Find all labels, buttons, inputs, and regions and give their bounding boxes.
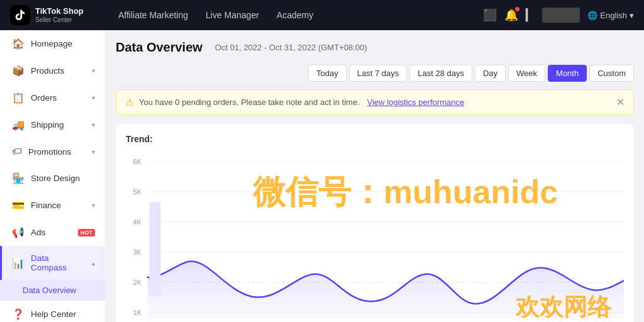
svg-text:6K: 6K bbox=[133, 158, 142, 165]
sidebar-sub-data-overview[interactable]: Data Overview bbox=[0, 280, 105, 301]
promotions-icon: 🏷 bbox=[12, 146, 22, 157]
orders-icon: 📋 bbox=[12, 92, 25, 104]
finance-icon: 💳 bbox=[12, 199, 25, 211]
filter-month[interactable]: Month bbox=[548, 65, 587, 82]
svg-text:4K: 4K bbox=[133, 218, 142, 226]
date-range: Oct 01, 2022 - Oct 31, 2022 (GMT+08:00) bbox=[215, 43, 367, 52]
nav-right: ⬛ 🔔 ▎ 🌐 English ▾ bbox=[483, 8, 634, 23]
sidebar-item-data-compass[interactable]: 📊 Data Compass ▴ bbox=[0, 246, 105, 280]
notification-icon[interactable]: 🔔 bbox=[504, 8, 518, 22]
help-center-icon: ❓ bbox=[12, 308, 25, 320]
chart-wrapper: 微信号：muhuanidc 欢欢网络 6K 5K 4K 3K 2K 1K bbox=[126, 152, 624, 322]
nav-links: Affiliate Marketing Live Manager Academy bbox=[118, 8, 463, 23]
top-navigation: TikTok Shop Seller Center Affiliate Mark… bbox=[0, 0, 644, 30]
sidebar-item-ads[interactable]: 📢 Ads HOT bbox=[0, 219, 105, 246]
alert-icon: ⚠ bbox=[125, 96, 134, 108]
filter-day[interactable]: Day bbox=[475, 65, 506, 82]
finance-expand-icon: ▾ bbox=[92, 202, 95, 209]
language-selector[interactable]: 🌐 English ▾ bbox=[587, 11, 634, 20]
svg-text:5K: 5K bbox=[133, 188, 142, 196]
sidebar-item-help-center[interactable]: ❓ Help Center bbox=[0, 301, 105, 322]
trend-chart: 6K 5K 4K 3K 2K 1K bbox=[126, 152, 624, 322]
store-design-icon: 🏪 bbox=[12, 172, 25, 184]
orders-expand-icon: ▾ bbox=[92, 94, 95, 101]
sidebar-item-products[interactable]: 📦 Products ▾ bbox=[0, 57, 105, 84]
svg-rect-12 bbox=[150, 202, 161, 296]
products-icon: 📦 bbox=[12, 65, 25, 77]
page-title: Data Overview bbox=[116, 40, 203, 55]
filter-week[interactable]: Week bbox=[508, 65, 545, 82]
search-icon[interactable]: ⬛ bbox=[483, 8, 497, 22]
notification-dot bbox=[515, 7, 519, 11]
nav-academy[interactable]: Academy bbox=[277, 8, 313, 23]
shipping-icon: 🚚 bbox=[12, 119, 25, 131]
alert-close-button[interactable]: ✕ bbox=[616, 96, 625, 108]
home-icon: 🏠 bbox=[12, 38, 25, 50]
sidebar: 🏠 Homepage 📦 Products ▾ 📋 Orders ▾ 🚚 Shi… bbox=[0, 30, 106, 322]
svg-text:3K: 3K bbox=[133, 248, 142, 256]
main-content: Data Overview Oct 01, 2022 - Oct 31, 202… bbox=[106, 30, 644, 322]
sidebar-item-homepage[interactable]: 🏠 Homepage bbox=[0, 30, 105, 57]
chart-area: Trend: 微信号：muhuanidc 欢欢网络 6K 5K 4K 3K 2K… bbox=[116, 124, 634, 322]
alert-text: You have 0 pending orders, Please take n… bbox=[139, 97, 360, 107]
sidebar-item-promotions[interactable]: 🏷 Promotions ▾ bbox=[0, 138, 105, 165]
data-compass-expand-icon: ▴ bbox=[92, 260, 95, 267]
chart-title: Trend: bbox=[126, 134, 624, 144]
logo: TikTok Shop Seller Center bbox=[10, 5, 98, 25]
svg-text:1K: 1K bbox=[133, 309, 142, 316]
sidebar-item-shipping[interactable]: 🚚 Shipping ▾ bbox=[0, 111, 105, 138]
data-compass-icon: 📊 bbox=[12, 257, 25, 269]
logo-icon bbox=[10, 5, 30, 25]
ads-icon: 📢 bbox=[12, 226, 25, 238]
sidebar-item-finance[interactable]: 💳 Finance ▾ bbox=[0, 192, 105, 219]
avatar[interactable] bbox=[542, 8, 580, 23]
filter-custom[interactable]: Custom bbox=[589, 65, 634, 82]
sidebar-item-store-design[interactable]: 🏪 Store Design bbox=[0, 165, 105, 192]
filter-last28[interactable]: Last 28 days bbox=[409, 65, 472, 82]
alert-banner: ⚠ You have 0 pending orders, Please take… bbox=[116, 89, 634, 115]
promotions-expand-icon: ▾ bbox=[92, 148, 95, 155]
data-overview-header: Data Overview Oct 01, 2022 - Oct 31, 202… bbox=[116, 40, 634, 82]
nav-live-manager[interactable]: Live Manager bbox=[206, 8, 259, 23]
logo-text: TikTok Shop Seller Center bbox=[35, 7, 84, 23]
main-layout: 🏠 Homepage 📦 Products ▾ 📋 Orders ▾ 🚚 Shi… bbox=[0, 30, 644, 322]
products-expand-icon: ▾ bbox=[92, 67, 95, 74]
alert-link[interactable]: View logistics performance bbox=[367, 97, 464, 107]
data-compass-submenu: Data Overview bbox=[0, 280, 105, 301]
svg-text:2K: 2K bbox=[133, 279, 142, 286]
filter-last7[interactable]: Last 7 days bbox=[349, 65, 408, 82]
hot-badge: HOT bbox=[78, 229, 95, 236]
shipping-expand-icon: ▾ bbox=[92, 121, 95, 128]
filter-today[interactable]: Today bbox=[308, 65, 347, 82]
nav-affiliate-marketing[interactable]: Affiliate Marketing bbox=[118, 8, 188, 23]
menu-icon[interactable]: ▎ bbox=[526, 8, 535, 22]
sidebar-item-orders[interactable]: 📋 Orders ▾ bbox=[0, 84, 105, 111]
time-filter-group: Today Last 7 days Last 28 days Day Week … bbox=[308, 65, 634, 82]
